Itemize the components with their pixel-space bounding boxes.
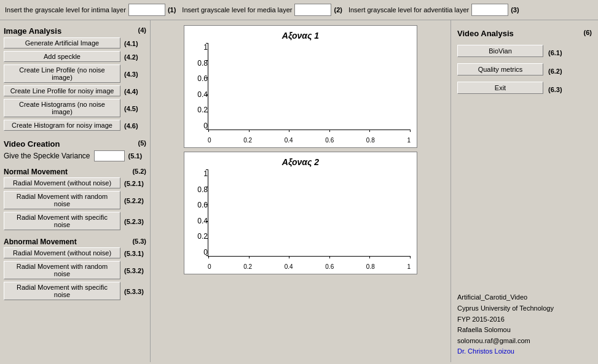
center-panel: Αξονας 1 1 0.8 0.6 0.4 0.2 0 [151,20,450,362]
radial-random-noise-btn[interactable]: Radial Movement with random noise [4,191,120,209]
x-tick: 1 [407,137,411,144]
quality-metrics-btn[interactable]: Quality metrics [457,63,543,76]
hist-noisy-num: (4.6) [124,122,138,130]
biovian-btn[interactable]: BioVian [457,45,543,57]
video-creation-section: Video Creation (5) [4,136,146,150]
media-group: Insert grayscale level for media layer (… [182,4,342,16]
chart1-x-ticks: 0 0.2 0.4 0.6 0.8 1 [208,137,411,144]
left-panel: Image Analysis (4) Generate Artificial I… [0,20,151,362]
quality-metrics-row: Quality metrics (6.2) [457,63,592,79]
ab-radial-random-noise-num: (5.3.2) [124,267,144,274]
image-analysis-header: Image Analysis [4,26,61,36]
right-panel: Video Analysis (6) BioVian (6.1) Quality… [450,20,598,362]
footer-line2: Cyprus University of Technology [457,303,592,314]
chart2-y-ticks: 1 0.8 0.6 0.4 0.2 0 [186,169,208,257]
footer-line3: FYP 2015-2016 [457,314,592,325]
add-speckle-btn[interactable]: Add speckle [4,51,120,62]
adventitia-num: (3) [511,6,519,14]
normal-movement-num: (5.2) [132,168,146,175]
abnormal-movement-header: Abnormal Movement [4,238,77,246]
line-noisy-row: Create Line Profile for noisy image (4.4… [4,85,146,98]
radial-specific-noise-num: (5.2.3) [124,218,144,225]
intima-label: Insert the grayscale level for intima la… [5,6,126,14]
x-tick: 0.4 [285,137,293,144]
x-tick: 0.2 [243,137,252,144]
radial-specific-noise-row: Radial Movement with specific noise (5.2… [4,212,146,231]
adventitia-group: Insert grayscale level for adventitia la… [348,4,519,16]
ab-radial-without-noise-num: (5.3.1) [124,250,144,257]
normal-movement-header: Normal Movement [4,168,68,176]
x-tick: 0.4 [285,263,293,270]
speckle-num: (4.2) [124,53,138,61]
radial-random-noise-num: (5.2.2) [124,197,144,204]
image-analysis-section: Image Analysis (4) [4,23,146,37]
speckle-variance-input[interactable] [94,150,125,161]
ab-radial-random-noise-btn[interactable]: Radial Movement with random noise [4,261,120,279]
radial-without-noise-num: (5.2.1) [124,180,144,187]
video-creation-header: Video Creation [4,139,60,149]
x-tick: 0.6 [325,263,334,270]
hist-noisy-btn[interactable]: Create Histogram for noisy image [4,120,120,131]
x-tick: 0.8 [366,137,375,144]
main-layout: Image Analysis (4) Generate Artificial I… [0,20,598,362]
ab-radial-specific-noise-btn[interactable]: Radial Movement with specific noise [4,282,120,300]
chart1-title: Αξονας 1 [184,31,417,41]
biovian-row: BioVian (6.1) [457,45,592,60]
adventitia-input[interactable] [471,4,508,16]
quality-metrics-num: (6.2) [548,68,562,75]
ab-radial-without-noise-btn[interactable]: Radial Movement (without noise) [4,247,120,258]
ab-radial-specific-noise-num: (5.3.3) [124,288,144,295]
intima-group: Insert the grayscale level for intima la… [5,4,176,16]
generate-btn[interactable]: Generate Artificial Image [4,37,120,48]
speckle-variance-label: Give the Speckle Variance [4,152,90,160]
hist-noisy-row: Create Histogram for noisy image (4.6) [4,120,146,132]
media-input[interactable] [294,4,331,16]
speckle-row: Add speckle (4.2) [4,51,146,63]
footer-info: Artificial_Carotid_Video Cyprus Universi… [457,292,592,357]
ab-radial-without-noise-row: Radial Movement (without noise) (5.3.1) [4,247,146,260]
x-tick: 1 [407,263,411,270]
chart2-title: Αξονας 2 [184,157,417,167]
line-noisy-btn[interactable]: Create Line Profile for noisy image [4,85,120,96]
line-no-noise-btn[interactable]: Create Line Profile (no noise image) [4,64,120,83]
exit-row: Exit (6.3) [457,82,592,97]
chart2-container: Αξονας 2 1 0.8 0.6 0.4 0.2 0 [184,152,417,274]
footer-line5: solomou.raf@gmail.com [457,336,592,347]
footer-line6: Dr. Christos Loizou [457,346,592,357]
video-analysis-header-row: Video Analysis (6) [457,25,592,40]
hist-no-noise-num: (4.5) [124,105,138,112]
x-tick: 0.8 [366,263,375,270]
ab-radial-random-noise-row: Radial Movement with random noise (5.3.2… [4,261,146,281]
radial-without-noise-btn[interactable]: Radial Movement (without noise) [4,177,120,188]
chart1-container: Αξονας 1 1 0.8 0.6 0.4 0.2 0 [184,25,417,148]
x-tick: 0.2 [243,263,252,270]
chart1-y-ticks: 1 0.8 0.6 0.4 0.2 0 [186,43,208,130]
x-tick: 0 [208,137,211,144]
exit-btn[interactable]: Exit [457,82,543,94]
image-analysis-num: (4) [138,26,146,34]
radial-random-noise-row: Radial Movement with random noise (5.2.2… [4,191,146,211]
video-analysis-header: Video Analysis [457,29,514,38]
adventitia-label: Insert grayscale level for adventitia la… [348,6,469,14]
abnormal-movement-section: Abnormal Movement (5.3) [4,234,146,247]
exit-num: (6.3) [548,86,562,93]
speckle-variance-row: Give the Speckle Variance (5.1) [4,150,146,161]
footer-line4: Rafaella Solomou [457,325,592,336]
intima-input[interactable] [128,4,165,16]
radial-specific-noise-btn[interactable]: Radial Movement with specific noise [4,212,120,230]
normal-movement-section: Normal Movement (5.2) [4,165,146,177]
video-analysis-num: (6) [584,29,592,36]
hist-no-noise-btn[interactable]: Create Histograms (no noise image) [4,99,120,117]
radial-without-noise-row: Radial Movement (without noise) (5.2.1) [4,177,146,190]
chart2-axes [208,169,411,257]
x-tick: 0 [208,263,211,270]
chart2-x-ticks: 0 0.2 0.4 0.6 0.8 1 [208,263,411,270]
footer-line1: Artificial_Carotid_Video [457,292,592,303]
media-label: Insert grayscale level for media layer [182,6,292,14]
x-tick: 0.6 [325,137,334,144]
hist-no-noise-row: Create Histograms (no noise image) (4.5) [4,99,146,118]
generate-row: Generate Artificial Image (4.1) [4,37,146,50]
media-num: (2) [334,6,342,14]
abnormal-movement-num: (5.3) [132,238,146,245]
ab-radial-specific-noise-row: Radial Movement with specific noise (5.3… [4,282,146,301]
